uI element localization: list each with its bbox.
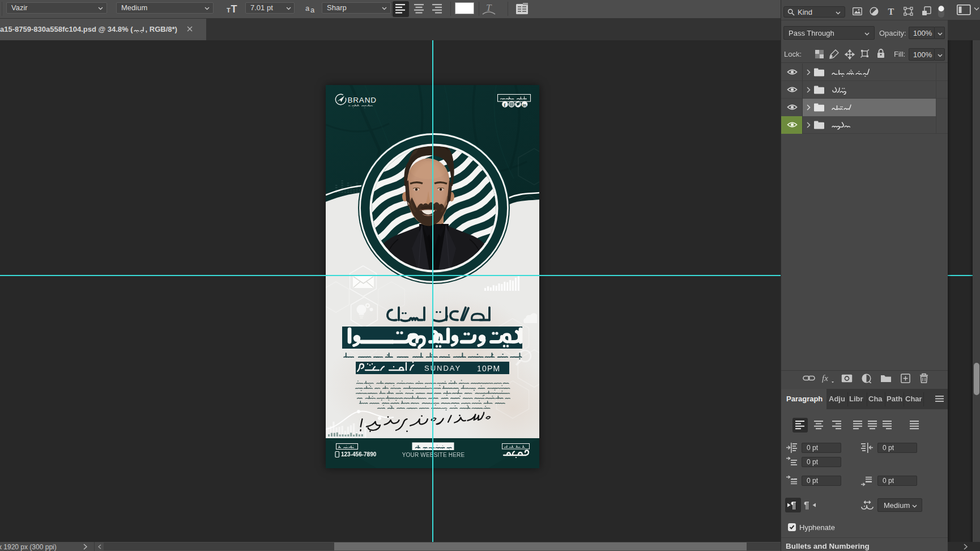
svg-text:T: T bbox=[888, 7, 894, 15]
svg-text:SUNDAY: SUNDAY bbox=[424, 364, 461, 372]
svg-text:T: T bbox=[227, 7, 231, 14]
svg-text:YOUR WEBSITE HERE: YOUR WEBSITE HERE bbox=[402, 452, 465, 458]
svg-text:10PM: 10PM bbox=[477, 364, 500, 373]
svg-text:f: f bbox=[504, 102, 506, 108]
svg-text:T: T bbox=[231, 3, 237, 15]
svg-text:fx: fx bbox=[822, 374, 828, 383]
svg-text:a: a bbox=[310, 6, 315, 13]
svg-text:¶: ¶ bbox=[791, 500, 796, 510]
svg-text:T: T bbox=[486, 2, 492, 13]
svg-text:in: in bbox=[523, 103, 527, 108]
svg-text:123-456-7890: 123-456-7890 bbox=[341, 451, 377, 457]
svg-text:BRAND: BRAND bbox=[348, 96, 377, 104]
svg-text:a: a bbox=[305, 4, 310, 12]
svg-text:¶: ¶ bbox=[804, 500, 809, 510]
